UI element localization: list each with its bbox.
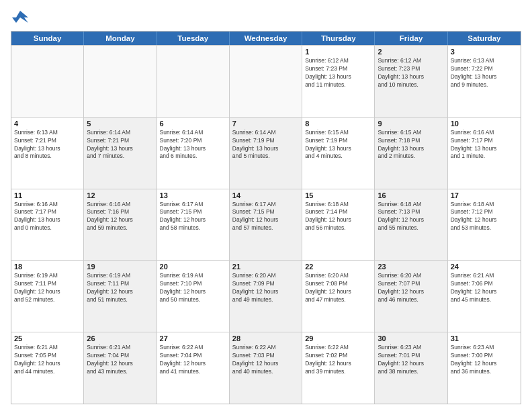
day-info: Sunrise: 6:14 AM Sunset: 7:19 PM Dayligh… [232, 129, 299, 161]
day-number: 10 [451, 120, 518, 128]
calendar-cell: 13Sunrise: 6:17 AM Sunset: 7:15 PM Dayli… [157, 189, 230, 261]
logo [11, 8, 32, 27]
day-info: Sunrise: 6:20 AM Sunset: 7:08 PM Dayligh… [305, 272, 371, 304]
logo-icon [11, 8, 30, 27]
day-info: Sunrise: 6:22 AM Sunset: 7:02 PM Dayligh… [305, 344, 371, 376]
weekday-header: Monday [84, 32, 157, 45]
day-info: Sunrise: 6:15 AM Sunset: 7:19 PM Dayligh… [305, 129, 371, 161]
day-info: Sunrise: 6:22 AM Sunset: 7:03 PM Dayligh… [232, 344, 299, 376]
page: SundayMondayTuesdayWednesdayThursdayFrid… [0, 0, 532, 411]
calendar-cell: 9Sunrise: 6:15 AM Sunset: 7:18 PM Daylig… [375, 118, 447, 189]
day-number: 31 [451, 334, 518, 342]
calendar-row: 25Sunrise: 6:21 AM Sunset: 7:05 PM Dayli… [11, 332, 521, 404]
calendar-header: SundayMondayTuesdayWednesdayThursdayFrid… [11, 32, 521, 45]
header [11, 8, 521, 27]
day-number: 7 [232, 120, 299, 128]
calendar-cell: 18Sunrise: 6:19 AM Sunset: 7:11 PM Dayli… [11, 261, 84, 332]
day-number: 4 [14, 120, 81, 128]
day-number: 13 [160, 191, 226, 199]
day-info: Sunrise: 6:23 AM Sunset: 7:01 PM Dayligh… [378, 344, 444, 376]
calendar-cell: 19Sunrise: 6:19 AM Sunset: 7:11 PM Dayli… [84, 261, 157, 332]
calendar-row: 1Sunrise: 6:12 AM Sunset: 7:23 PM Daylig… [11, 45, 521, 117]
weekday-header: Friday [375, 32, 447, 45]
calendar-cell [84, 46, 157, 117]
day-info: Sunrise: 6:16 AM Sunset: 7:17 PM Dayligh… [451, 129, 518, 161]
calendar-cell: 12Sunrise: 6:16 AM Sunset: 7:16 PM Dayli… [84, 189, 157, 261]
day-number: 27 [160, 334, 226, 342]
calendar-cell: 3Sunrise: 6:13 AM Sunset: 7:22 PM Daylig… [448, 46, 521, 117]
calendar-cell: 5Sunrise: 6:14 AM Sunset: 7:21 PM Daylig… [84, 118, 157, 189]
day-number: 22 [305, 263, 371, 271]
day-number: 15 [305, 191, 371, 199]
day-number: 8 [305, 120, 371, 128]
day-info: Sunrise: 6:13 AM Sunset: 7:21 PM Dayligh… [14, 129, 81, 161]
day-info: Sunrise: 6:23 AM Sunset: 7:00 PM Dayligh… [451, 344, 518, 376]
day-info: Sunrise: 6:21 AM Sunset: 7:04 PM Dayligh… [87, 344, 153, 376]
day-number: 2 [378, 48, 444, 56]
day-info: Sunrise: 6:12 AM Sunset: 7:23 PM Dayligh… [378, 57, 444, 89]
calendar-cell: 15Sunrise: 6:18 AM Sunset: 7:14 PM Dayli… [302, 189, 375, 261]
calendar-row: 11Sunrise: 6:16 AM Sunset: 7:17 PM Dayli… [11, 189, 521, 261]
calendar-cell: 4Sunrise: 6:13 AM Sunset: 7:21 PM Daylig… [11, 118, 84, 189]
weekday-header: Sunday [11, 32, 84, 45]
day-info: Sunrise: 6:19 AM Sunset: 7:11 PM Dayligh… [87, 272, 153, 304]
day-info: Sunrise: 6:14 AM Sunset: 7:21 PM Dayligh… [87, 129, 153, 161]
weekday-header: Thursday [302, 32, 375, 45]
day-info: Sunrise: 6:16 AM Sunset: 7:16 PM Dayligh… [87, 201, 153, 233]
day-info: Sunrise: 6:14 AM Sunset: 7:20 PM Dayligh… [160, 129, 226, 161]
calendar-cell: 14Sunrise: 6:17 AM Sunset: 7:15 PM Dayli… [230, 189, 302, 261]
weekday-header: Tuesday [157, 32, 230, 45]
weekday-header: Wednesday [230, 32, 302, 45]
day-number: 18 [14, 263, 81, 271]
day-info: Sunrise: 6:18 AM Sunset: 7:14 PM Dayligh… [305, 201, 371, 233]
calendar-cell: 6Sunrise: 6:14 AM Sunset: 7:20 PM Daylig… [157, 118, 230, 189]
day-info: Sunrise: 6:19 AM Sunset: 7:10 PM Dayligh… [160, 272, 226, 304]
calendar-cell: 22Sunrise: 6:20 AM Sunset: 7:08 PM Dayli… [302, 261, 375, 332]
calendar-cell: 31Sunrise: 6:23 AM Sunset: 7:00 PM Dayli… [448, 332, 521, 404]
day-info: Sunrise: 6:16 AM Sunset: 7:17 PM Dayligh… [14, 201, 81, 233]
day-info: Sunrise: 6:20 AM Sunset: 7:09 PM Dayligh… [232, 272, 299, 304]
calendar-body: 1Sunrise: 6:12 AM Sunset: 7:23 PM Daylig… [11, 45, 521, 404]
day-info: Sunrise: 6:12 AM Sunset: 7:23 PM Dayligh… [305, 57, 371, 89]
calendar-cell: 20Sunrise: 6:19 AM Sunset: 7:10 PM Dayli… [157, 261, 230, 332]
calendar-cell: 11Sunrise: 6:16 AM Sunset: 7:17 PM Dayli… [11, 189, 84, 261]
day-number: 6 [160, 120, 226, 128]
day-number: 28 [232, 334, 299, 342]
calendar-cell: 17Sunrise: 6:18 AM Sunset: 7:12 PM Dayli… [448, 189, 521, 261]
calendar-cell: 7Sunrise: 6:14 AM Sunset: 7:19 PM Daylig… [230, 118, 302, 189]
day-number: 24 [451, 263, 518, 271]
day-number: 3 [451, 48, 518, 56]
day-info: Sunrise: 6:22 AM Sunset: 7:04 PM Dayligh… [160, 344, 226, 376]
day-number: 5 [87, 120, 153, 128]
calendar-cell [11, 46, 84, 117]
calendar-row: 4Sunrise: 6:13 AM Sunset: 7:21 PM Daylig… [11, 117, 521, 189]
day-info: Sunrise: 6:19 AM Sunset: 7:11 PM Dayligh… [14, 272, 81, 304]
calendar-cell: 21Sunrise: 6:20 AM Sunset: 7:09 PM Dayli… [230, 261, 302, 332]
day-number: 23 [378, 263, 444, 271]
day-number: 16 [378, 191, 444, 199]
day-info: Sunrise: 6:15 AM Sunset: 7:18 PM Dayligh… [378, 129, 444, 161]
day-info: Sunrise: 6:13 AM Sunset: 7:22 PM Dayligh… [451, 57, 518, 89]
day-info: Sunrise: 6:17 AM Sunset: 7:15 PM Dayligh… [160, 201, 226, 233]
day-info: Sunrise: 6:21 AM Sunset: 7:06 PM Dayligh… [451, 272, 518, 304]
day-info: Sunrise: 6:18 AM Sunset: 7:12 PM Dayligh… [451, 201, 518, 233]
day-number: 26 [87, 334, 153, 342]
calendar-row: 18Sunrise: 6:19 AM Sunset: 7:11 PM Dayli… [11, 260, 521, 332]
weekday-header: Saturday [448, 32, 521, 45]
day-number: 25 [14, 334, 81, 342]
calendar-cell: 16Sunrise: 6:18 AM Sunset: 7:13 PM Dayli… [375, 189, 447, 261]
calendar-cell: 1Sunrise: 6:12 AM Sunset: 7:23 PM Daylig… [302, 46, 375, 117]
calendar-cell: 23Sunrise: 6:20 AM Sunset: 7:07 PM Dayli… [375, 261, 447, 332]
day-info: Sunrise: 6:20 AM Sunset: 7:07 PM Dayligh… [378, 272, 444, 304]
calendar-cell: 24Sunrise: 6:21 AM Sunset: 7:06 PM Dayli… [448, 261, 521, 332]
day-number: 17 [451, 191, 518, 199]
day-number: 12 [87, 191, 153, 199]
day-number: 29 [305, 334, 371, 342]
calendar-cell: 30Sunrise: 6:23 AM Sunset: 7:01 PM Dayli… [375, 332, 447, 404]
calendar-cell: 2Sunrise: 6:12 AM Sunset: 7:23 PM Daylig… [375, 46, 447, 117]
day-number: 9 [378, 120, 444, 128]
calendar-cell: 10Sunrise: 6:16 AM Sunset: 7:17 PM Dayli… [448, 118, 521, 189]
day-info: Sunrise: 6:21 AM Sunset: 7:05 PM Dayligh… [14, 344, 81, 376]
calendar-cell: 27Sunrise: 6:22 AM Sunset: 7:04 PM Dayli… [157, 332, 230, 404]
day-number: 14 [232, 191, 299, 199]
